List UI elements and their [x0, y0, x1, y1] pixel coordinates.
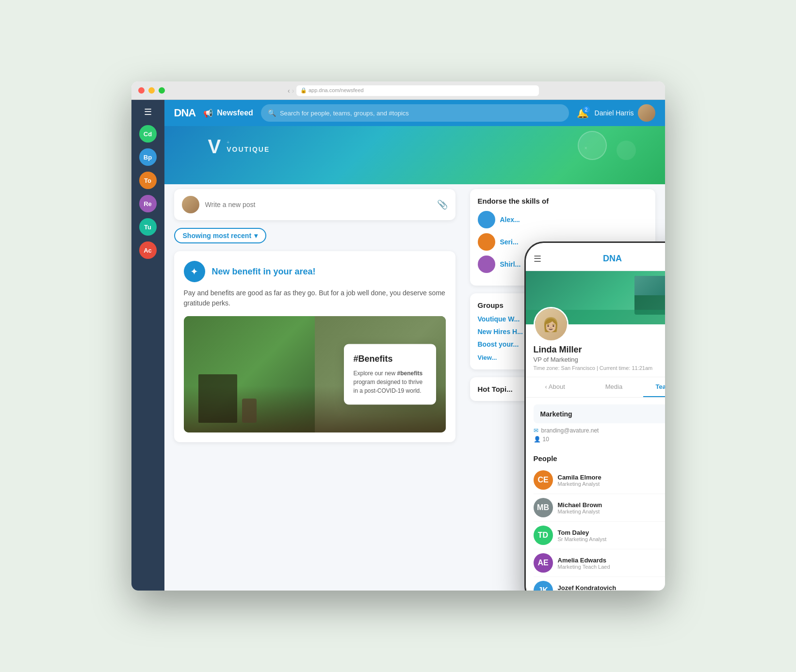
search-bar[interactable]: 🔍 Search for people, teams, groups, and … — [261, 104, 569, 122]
marketing-dropdown[interactable]: Marketing ▾ — [534, 404, 665, 423]
close-btn[interactable] — [138, 87, 145, 94]
person-name-4: Jozef Kondratovich — [558, 584, 665, 591]
phone-avatar-face: 👩🏼 — [535, 308, 567, 340]
person-avatar-0: CE — [534, 470, 553, 490]
address-bar[interactable]: 🔒 app.dna.com/newsfeed — [296, 85, 539, 96]
person-role-1: Marketing Analyst — [558, 509, 665, 514]
filter-label: Showing most recent — [183, 232, 252, 240]
person-avatar-1: MB — [534, 498, 553, 517]
member-count: 👤 10 — [534, 436, 665, 443]
post-body: Pay and benefits are good as far as they… — [184, 288, 446, 308]
person-row-4[interactable]: JK Jozef Kondratovich Marketing Analyst … — [534, 577, 665, 591]
filter-button[interactable]: Showing most recent ▾ — [174, 228, 267, 243]
notification-badge: 2 — [582, 105, 591, 114]
phone-section-marketing: Marketing ▾ ✉ branding@avature.net 👤 10 — [526, 398, 665, 450]
phone-profile-name: Linda Miller — [534, 345, 665, 355]
post-header: ✦ New benefit in your area! — [184, 261, 446, 282]
titlebar: ‹ › 🔒 app.dna.com/newsfeed — [131, 81, 665, 100]
sidebar-avatar-tu[interactable]: Tu — [139, 218, 157, 236]
sidebar-avatar-to[interactable]: To — [139, 172, 157, 189]
person-role-3: Marketing Teach Laed — [558, 564, 665, 570]
notification-bell[interactable]: 🔔 2 — [577, 107, 589, 119]
endorse-item-1[interactable]: Alex... — [478, 211, 648, 228]
person-info-2: Tom Daley Sr Marketing Analyst — [558, 529, 665, 542]
popup-body: Explore our new #benefits program design… — [354, 369, 426, 395]
tab-media-label: Media — [605, 383, 622, 390]
person-row-1[interactable]: MB Michael Brown Marketing Analyst 🌐 — [534, 494, 665, 522]
nav-area: ‹ › 🔒 app.dna.com/newsfeed — [169, 85, 658, 96]
sidebar-avatar-re[interactable]: Re — [139, 195, 157, 212]
count-value: 10 — [543, 436, 549, 443]
tab-teammates[interactable]: Teammates — [643, 377, 665, 397]
person-icon: 👤 — [534, 436, 541, 443]
phone-top-nav: ☰ DNA 🔍 — [526, 247, 665, 271]
filter-chevron: ▾ — [254, 232, 258, 240]
person-info-3: Amelia Edwards Marketing Teach Laed — [558, 557, 665, 570]
person-row-3[interactable]: AE Amelia Edwards Marketing Teach Laed 🌐 — [534, 549, 665, 577]
sidebar-avatar-cd[interactable]: Cd — [139, 125, 157, 143]
popup-tag: #Benefits — [354, 354, 426, 364]
post-image: #Benefits Explore our new #benefits prog… — [184, 316, 446, 432]
sidebar-menu-icon[interactable]: ☰ — [144, 107, 152, 117]
post-card: ✦ New benefit in your area! Pay and bene… — [174, 251, 455, 442]
phone-menu-icon[interactable]: ☰ — [534, 254, 541, 264]
tab-about[interactable]: ‹ About — [526, 377, 585, 397]
person-name-2: Tom Daley — [558, 529, 665, 536]
phone-body: Marketing ▾ ✉ branding@avature.net 👤 10 — [526, 398, 665, 591]
endorse-avatar-2 — [478, 233, 495, 251]
back-arrow: ‹ — [545, 383, 547, 390]
newsfeed-label: Newsfeed — [217, 109, 253, 117]
email-address: branding@avature.net — [541, 427, 599, 434]
compose-avatar — [182, 196, 199, 213]
user-menu[interactable]: Daniel Harris — [595, 104, 655, 122]
content-body: V + VOUTIQUE × — [164, 126, 665, 591]
forward-btn[interactable]: › — [292, 87, 294, 95]
phone-status-bar — [526, 243, 665, 247]
section-label: Marketing — [540, 410, 572, 418]
phone-profile-avatar: 👩🏼 — [534, 307, 569, 342]
minimize-btn[interactable] — [148, 87, 155, 94]
scene-mug — [242, 399, 257, 423]
people-title: People — [534, 454, 665, 463]
endorse-avatar-1 — [478, 211, 495, 228]
sidebar: ☰ Cd Bp To Re Tu Ac — [131, 100, 164, 591]
attachment-icon[interactable]: 📎 — [437, 199, 448, 210]
newsfeed-icon: 📢 — [203, 109, 213, 118]
compose-input[interactable] — [205, 201, 431, 208]
nav-newsfeed[interactable]: 📢 Newsfeed — [203, 109, 253, 118]
person-row-2[interactable]: TD Tom Daley Sr Marketing Analyst 🌐 — [534, 522, 665, 549]
back-btn[interactable]: ‹ — [288, 87, 290, 95]
person-avatar-2: TD — [534, 526, 553, 545]
nav-logo: DNA — [174, 107, 196, 119]
phone-overlay: ☰ DNA 🔍 — [524, 241, 665, 591]
post-compose: 📎 — [174, 189, 455, 220]
nav-user-name: Daniel Harris — [595, 109, 634, 117]
email-icon: ✉ — [534, 427, 538, 434]
tab-media[interactable]: Media — [585, 377, 643, 397]
person-avatar-3: AE — [534, 553, 553, 573]
sidebar-avatar-ac[interactable]: Ac — [139, 241, 157, 259]
endorse-title: Endorse the skills of — [478, 197, 648, 205]
person-row-0[interactable]: CE Camila Elmore Marketing Analyst 🌐 — [534, 466, 665, 494]
post-icon: ✦ — [184, 261, 205, 282]
endorse-name-3: Shirl... — [500, 260, 521, 268]
person-info-0: Camila Elmore Marketing Analyst — [558, 474, 665, 487]
endorse-name-2: Seri... — [500, 238, 519, 246]
main-area: DNA 📢 Newsfeed 🔍 Search for people, team… — [164, 100, 665, 591]
benefits-popup: #Benefits Explore our new #benefits prog… — [344, 344, 436, 405]
feed-column: 📎 Showing most recent ▾ ✦ New benefi — [164, 126, 465, 591]
view-all-link[interactable]: View... — [478, 354, 497, 361]
tab-teammates-label: Teammates — [656, 383, 665, 390]
phone-tabs: ‹ About Media Teammates — [526, 377, 665, 398]
person-name-3: Amelia Edwards — [558, 557, 665, 564]
maximize-btn[interactable] — [159, 87, 165, 94]
person-role-0: Marketing Analyst — [558, 481, 665, 487]
person-info-1: Michael Brown Marketing Analyst — [558, 501, 665, 514]
endorse-avatar-3 — [478, 256, 495, 273]
person-name-0: Camila Elmore — [558, 474, 665, 481]
scene-laptop — [198, 374, 237, 423]
person-name-1: Michael Brown — [558, 501, 665, 509]
sidebar-avatar-bp[interactable]: Bp — [139, 148, 157, 166]
people-section: People CE Camila Elmore Marketing Analys… — [526, 454, 665, 591]
mac-window: ‹ › 🔒 app.dna.com/newsfeed ☰ Cd Bp To Re… — [131, 81, 665, 591]
